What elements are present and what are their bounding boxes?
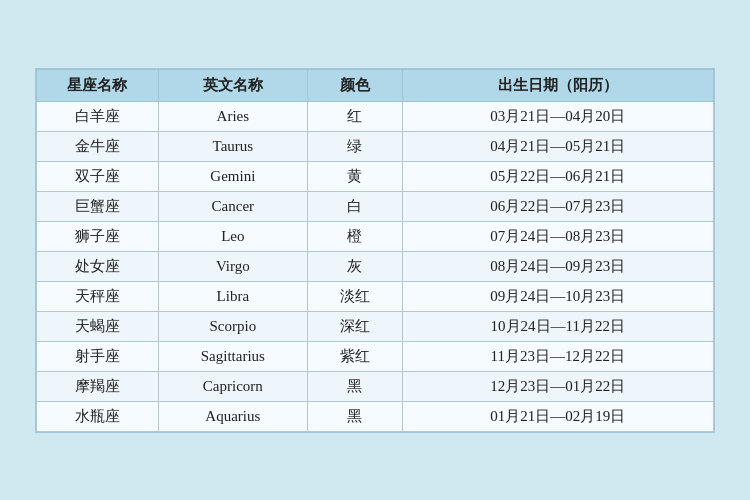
table-row: 金牛座Taurus绿04月21日—05月21日 bbox=[37, 131, 714, 161]
cell-english: Gemini bbox=[158, 161, 307, 191]
cell-color: 绿 bbox=[307, 131, 402, 161]
cell-color: 橙 bbox=[307, 221, 402, 251]
table-row: 天蝎座Scorpio深红10月24日—11月22日 bbox=[37, 311, 714, 341]
cell-english: Capricorn bbox=[158, 371, 307, 401]
table-row: 水瓶座Aquarius黑01月21日—02月19日 bbox=[37, 401, 714, 431]
cell-english: Taurus bbox=[158, 131, 307, 161]
cell-color: 深红 bbox=[307, 311, 402, 341]
table-row: 双子座Gemini黄05月22日—06月21日 bbox=[37, 161, 714, 191]
cell-date: 01月21日—02月19日 bbox=[402, 401, 713, 431]
cell-date: 11月23日—12月22日 bbox=[402, 341, 713, 371]
cell-color: 紫红 bbox=[307, 341, 402, 371]
cell-date: 06月22日—07月23日 bbox=[402, 191, 713, 221]
table-row: 狮子座Leo橙07月24日—08月23日 bbox=[37, 221, 714, 251]
table-row: 白羊座Aries红03月21日—04月20日 bbox=[37, 101, 714, 131]
cell-chinese: 处女座 bbox=[37, 251, 159, 281]
table-row: 射手座Sagittarius紫红11月23日—12月22日 bbox=[37, 341, 714, 371]
cell-english: Aries bbox=[158, 101, 307, 131]
cell-date: 04月21日—05月21日 bbox=[402, 131, 713, 161]
table-row: 巨蟹座Cancer白06月22日—07月23日 bbox=[37, 191, 714, 221]
header-english: 英文名称 bbox=[158, 69, 307, 101]
cell-color: 淡红 bbox=[307, 281, 402, 311]
cell-chinese: 白羊座 bbox=[37, 101, 159, 131]
cell-english: Aquarius bbox=[158, 401, 307, 431]
cell-date: 10月24日—11月22日 bbox=[402, 311, 713, 341]
cell-english: Scorpio bbox=[158, 311, 307, 341]
cell-chinese: 双子座 bbox=[37, 161, 159, 191]
cell-date: 05月22日—06月21日 bbox=[402, 161, 713, 191]
cell-chinese: 天秤座 bbox=[37, 281, 159, 311]
cell-chinese: 天蝎座 bbox=[37, 311, 159, 341]
cell-date: 12月23日—01月22日 bbox=[402, 371, 713, 401]
cell-color: 黑 bbox=[307, 371, 402, 401]
table-row: 摩羯座Capricorn黑12月23日—01月22日 bbox=[37, 371, 714, 401]
zodiac-table: 星座名称 英文名称 颜色 出生日期（阳历） 白羊座Aries红03月21日—04… bbox=[36, 69, 714, 432]
cell-english: Sagittarius bbox=[158, 341, 307, 371]
cell-color: 黑 bbox=[307, 401, 402, 431]
cell-chinese: 金牛座 bbox=[37, 131, 159, 161]
header-color: 颜色 bbox=[307, 69, 402, 101]
cell-chinese: 摩羯座 bbox=[37, 371, 159, 401]
cell-english: Virgo bbox=[158, 251, 307, 281]
cell-chinese: 水瓶座 bbox=[37, 401, 159, 431]
cell-date: 07月24日—08月23日 bbox=[402, 221, 713, 251]
cell-english: Cancer bbox=[158, 191, 307, 221]
cell-chinese: 射手座 bbox=[37, 341, 159, 371]
cell-color: 白 bbox=[307, 191, 402, 221]
cell-chinese: 狮子座 bbox=[37, 221, 159, 251]
zodiac-table-container: 星座名称 英文名称 颜色 出生日期（阳历） 白羊座Aries红03月21日—04… bbox=[35, 68, 715, 433]
table-row: 处女座Virgo灰08月24日—09月23日 bbox=[37, 251, 714, 281]
header-date: 出生日期（阳历） bbox=[402, 69, 713, 101]
table-row: 天秤座Libra淡红09月24日—10月23日 bbox=[37, 281, 714, 311]
header-chinese: 星座名称 bbox=[37, 69, 159, 101]
cell-color: 黄 bbox=[307, 161, 402, 191]
cell-chinese: 巨蟹座 bbox=[37, 191, 159, 221]
cell-english: Leo bbox=[158, 221, 307, 251]
cell-color: 灰 bbox=[307, 251, 402, 281]
cell-color: 红 bbox=[307, 101, 402, 131]
cell-english: Libra bbox=[158, 281, 307, 311]
cell-date: 09月24日—10月23日 bbox=[402, 281, 713, 311]
table-header-row: 星座名称 英文名称 颜色 出生日期（阳历） bbox=[37, 69, 714, 101]
cell-date: 03月21日—04月20日 bbox=[402, 101, 713, 131]
cell-date: 08月24日—09月23日 bbox=[402, 251, 713, 281]
